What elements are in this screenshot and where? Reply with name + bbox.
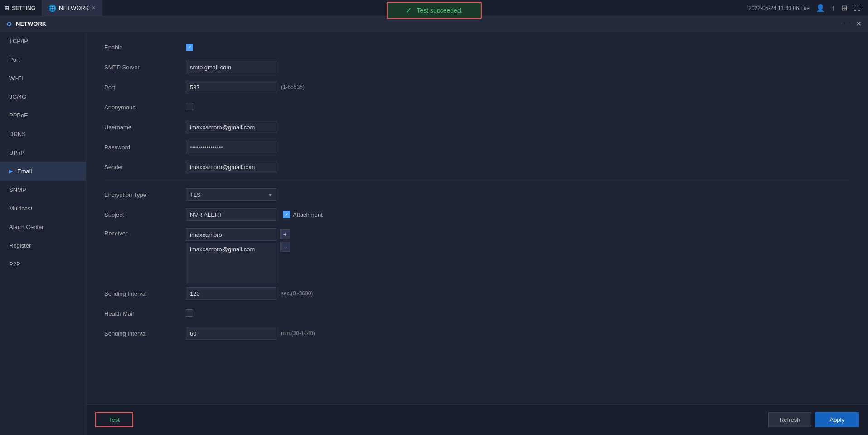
apply-button[interactable]: Apply bbox=[815, 412, 859, 427]
sidebar-label-upnp: UPnP bbox=[9, 149, 24, 156]
health-sending-interval-hint: min.(30-1440) bbox=[281, 330, 315, 337]
sidebar-item-p2p[interactable]: P2P bbox=[0, 255, 86, 274]
port-hint: (1-65535) bbox=[281, 84, 305, 90]
subject-input-wrap bbox=[186, 208, 276, 221]
sidebar-item-register[interactable]: Register bbox=[0, 236, 86, 255]
sidebar-item-email[interactable]: ▶ Email bbox=[0, 162, 86, 181]
subject-row: Subject Attachment bbox=[104, 208, 850, 221]
sidebar-label-p2p: P2P bbox=[9, 261, 20, 268]
smtp-server-input[interactable] bbox=[186, 61, 276, 73]
anonymous-label: Anonymous bbox=[104, 104, 186, 111]
encryption-select[interactable]: TLS ▼ bbox=[186, 188, 276, 201]
setting-label: SETTING bbox=[12, 5, 35, 11]
encryption-value: TLS bbox=[190, 191, 201, 198]
username-input[interactable] bbox=[186, 121, 276, 133]
minimize-button[interactable]: — bbox=[843, 20, 850, 28]
sidebar-label-email: Email bbox=[17, 168, 32, 175]
success-message: Test succeeded. bbox=[417, 7, 462, 14]
password-input[interactable] bbox=[186, 141, 276, 153]
sending-interval-row: Sending Interval sec.(0~3600) bbox=[104, 287, 850, 300]
health-sending-interval-label: Sending Interval bbox=[104, 330, 186, 337]
sidebar-label-3g4g: 3G/4G bbox=[9, 93, 26, 100]
tab-setting[interactable]: ⊞ SETTING bbox=[0, 0, 42, 16]
sidebar-item-tcpip[interactable]: TCP/IP bbox=[0, 32, 86, 50]
anonymous-row: Anonymous bbox=[104, 101, 850, 113]
encryption-select-wrap: TLS ▼ bbox=[186, 188, 276, 201]
smtp-server-label: SMTP Server bbox=[104, 64, 186, 71]
receiver-email-item: imaxcampro@gmail.com bbox=[190, 246, 255, 253]
divider-1 bbox=[104, 181, 850, 181]
sender-input-wrap bbox=[186, 161, 276, 173]
receiver-name-input[interactable] bbox=[186, 228, 276, 241]
attachment-checkbox[interactable] bbox=[283, 211, 290, 218]
receiver-input-wrap: imaxcampro@gmail.com bbox=[186, 228, 276, 283]
smtp-server-row: SMTP Server bbox=[104, 61, 850, 73]
sender-label: Sender bbox=[104, 164, 186, 171]
sender-input[interactable] bbox=[186, 161, 276, 173]
port-input[interactable] bbox=[186, 81, 276, 93]
sidebar-label-tcpip: TCP/IP bbox=[9, 38, 28, 44]
health-mail-checkbox[interactable] bbox=[186, 309, 193, 317]
content-area: Enable SMTP Server Port (1-65535) bbox=[86, 32, 868, 435]
sidebar-item-multicast[interactable]: Multicast bbox=[0, 199, 86, 218]
fullscreen-icon[interactable]: ⛶ bbox=[853, 4, 861, 12]
sidebar-label-ddns: DDNS bbox=[9, 131, 26, 137]
health-sending-interval-row: Sending Interval min.(30-1440) bbox=[104, 327, 850, 340]
sidebar-item-pppoe[interactable]: PPPoE bbox=[0, 106, 86, 125]
attachment-label: Attachment bbox=[293, 211, 323, 218]
receiver-remove-button[interactable]: − bbox=[280, 242, 290, 252]
test-button[interactable]: Test bbox=[95, 412, 133, 427]
username-input-wrap bbox=[186, 121, 276, 133]
grid-icon: ⊞ bbox=[5, 5, 9, 11]
close-button[interactable]: ✕ bbox=[856, 20, 862, 28]
close-tab-icon[interactable]: ✕ bbox=[92, 5, 96, 11]
sidebar-item-alarm-center[interactable]: Alarm Center bbox=[0, 218, 86, 236]
sending-interval-hint: sec.(0~3600) bbox=[281, 290, 313, 297]
port-row: Port (1-65535) bbox=[104, 81, 850, 93]
subject-input[interactable] bbox=[186, 208, 276, 221]
export-icon[interactable]: ↑ bbox=[831, 4, 835, 12]
encryption-row: Encryption Type TLS ▼ bbox=[104, 188, 850, 201]
network-icon: 🌐 bbox=[48, 5, 56, 12]
layout-icon[interactable]: ⊞ bbox=[841, 4, 847, 12]
enable-checkbox[interactable] bbox=[186, 44, 193, 51]
sidebar-item-wifi[interactable]: Wi-Fi bbox=[0, 69, 86, 88]
subject-label: Subject bbox=[104, 211, 186, 218]
sidebar-item-snmp[interactable]: SNMP bbox=[0, 181, 86, 199]
sending-interval-input[interactable] bbox=[186, 287, 276, 300]
anonymous-checkbox-box[interactable] bbox=[186, 103, 193, 110]
sidebar-item-3g4g[interactable]: 3G/4G bbox=[0, 88, 86, 106]
anonymous-checkbox[interactable] bbox=[186, 103, 193, 112]
port-label: Port bbox=[104, 84, 186, 91]
form-area: Enable SMTP Server Port (1-65535) bbox=[86, 32, 868, 404]
sidebar-item-upnp[interactable]: UPnP bbox=[0, 143, 86, 162]
network-tab-label: NETWORK bbox=[59, 5, 89, 11]
receiver-label: Receiver bbox=[104, 228, 186, 237]
tab-network[interactable]: 🌐 NETWORK ✕ bbox=[42, 0, 102, 16]
health-mail-row: Health Mail bbox=[104, 307, 850, 320]
enable-row: Enable bbox=[104, 41, 850, 54]
receiver-add-button[interactable]: + bbox=[280, 229, 290, 239]
password-row: Password bbox=[104, 141, 850, 153]
user-icon[interactable]: 👤 bbox=[816, 4, 825, 12]
chevron-down-icon: ▼ bbox=[268, 192, 272, 197]
sending-interval-input-wrap bbox=[186, 287, 276, 300]
smtp-server-input-wrap bbox=[186, 61, 276, 73]
network-title-icon: ⚙ bbox=[6, 20, 12, 28]
sidebar-item-port[interactable]: Port bbox=[0, 50, 86, 69]
topbar: ⊞ SETTING 🌐 NETWORK ✕ ✓ Test succeeded. … bbox=[0, 0, 868, 16]
window-title: NETWORK bbox=[16, 20, 46, 27]
enable-checkbox-box[interactable] bbox=[186, 44, 193, 51]
sidebar-label-wifi: Wi-Fi bbox=[9, 75, 23, 82]
health-mail-checkbox-wrap[interactable] bbox=[186, 309, 193, 318]
username-label: Username bbox=[104, 124, 186, 131]
receiver-list: imaxcampro@gmail.com bbox=[186, 243, 276, 283]
sidebar-item-ddns[interactable]: DDNS bbox=[0, 125, 86, 143]
refresh-button[interactable]: Refresh bbox=[768, 412, 812, 427]
sidebar-label-register: Register bbox=[9, 242, 31, 249]
health-sending-interval-input[interactable] bbox=[186, 327, 276, 340]
active-arrow-icon: ▶ bbox=[9, 168, 13, 174]
sidebar-label-snmp: SNMP bbox=[9, 186, 26, 193]
encryption-label: Encryption Type bbox=[104, 191, 186, 198]
password-input-wrap bbox=[186, 141, 276, 153]
